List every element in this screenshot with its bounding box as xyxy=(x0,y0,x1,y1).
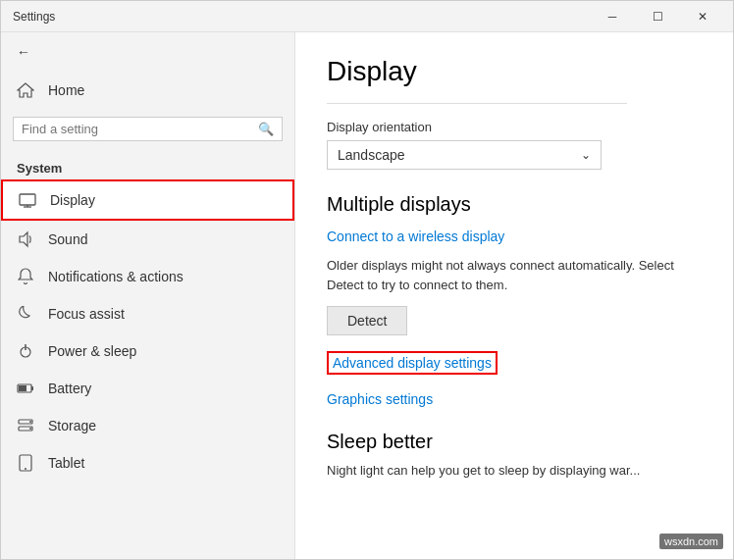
svg-rect-0 xyxy=(20,194,35,205)
sidebar-item-sound[interactable]: Sound xyxy=(1,221,294,258)
svg-rect-8 xyxy=(19,385,26,391)
sidebar-item-battery[interactable]: Battery xyxy=(1,370,294,407)
monitor-icon xyxy=(19,191,36,209)
main-content: Display Display orientation Landscape ⌄ … xyxy=(295,32,733,559)
sidebar-item-battery-label: Battery xyxy=(48,381,91,396)
orientation-label: Display orientation xyxy=(327,120,702,134)
sleep-heading: Sleep better xyxy=(327,431,702,453)
sidebar-item-focus-label: Focus assist xyxy=(48,306,125,322)
sidebar-item-storage-label: Storage xyxy=(48,418,96,433)
sidebar-item-power-label: Power & sleep xyxy=(48,343,136,359)
sidebar: ← Home 🔍 System xyxy=(1,32,295,559)
sidebar-item-sound-label: Sound xyxy=(48,231,87,247)
back-arrow-icon: ← xyxy=(17,44,30,60)
orientation-dropdown[interactable]: Landscape ⌄ xyxy=(327,140,602,170)
titlebar-controls: ─ ☐ ✕ xyxy=(590,1,725,32)
maximize-button[interactable]: ☐ xyxy=(635,1,680,32)
multiple-displays-heading: Multiple displays xyxy=(327,193,702,216)
minimize-button[interactable]: ─ xyxy=(590,1,635,32)
sidebar-item-display[interactable]: Display xyxy=(1,179,294,221)
moon-icon xyxy=(17,305,34,323)
titlebar: Settings ─ ☐ ✕ xyxy=(1,1,733,32)
home-icon xyxy=(17,81,34,99)
detect-button[interactable]: Detect xyxy=(327,306,407,335)
page-title: Display xyxy=(327,56,702,87)
orientation-value: Landscape xyxy=(338,147,405,163)
sound-icon xyxy=(17,230,34,248)
storage-icon xyxy=(17,417,34,434)
close-button[interactable]: ✕ xyxy=(680,1,725,32)
sidebar-item-power[interactable]: Power & sleep xyxy=(1,332,294,370)
sidebar-item-focus[interactable]: Focus assist xyxy=(1,295,294,332)
advanced-display-link[interactable]: Advanced display settings xyxy=(327,351,498,375)
bell-icon xyxy=(17,268,34,285)
battery-icon xyxy=(17,380,34,397)
sidebar-item-notifications[interactable]: Notifications & actions xyxy=(1,258,294,295)
svg-point-14 xyxy=(25,468,26,470)
sidebar-item-home[interactable]: Home xyxy=(1,72,294,109)
sleep-text: Night light can help you get to sleep by… xyxy=(327,461,702,481)
search-box[interactable]: 🔍 xyxy=(13,117,283,141)
wireless-display-link[interactable]: Connect to a wireless display xyxy=(327,229,504,244)
power-icon xyxy=(17,342,34,360)
home-label: Home xyxy=(48,82,84,98)
svg-point-12 xyxy=(29,428,31,430)
svg-rect-7 xyxy=(31,386,33,390)
sidebar-item-tablet[interactable]: Tablet xyxy=(1,444,294,482)
sidebar-item-storage[interactable]: Storage xyxy=(1,407,294,444)
sidebar-item-display-label: Display xyxy=(50,192,95,208)
titlebar-title: Settings xyxy=(13,10,55,24)
sidebar-section-label: System xyxy=(1,149,294,179)
back-button[interactable]: ← xyxy=(1,32,294,72)
search-input[interactable] xyxy=(22,122,252,136)
svg-marker-3 xyxy=(20,232,27,246)
tablet-icon xyxy=(17,454,34,472)
divider xyxy=(327,103,627,104)
graphics-settings-link[interactable]: Graphics settings xyxy=(327,391,433,407)
sidebar-item-notifications-label: Notifications & actions xyxy=(48,269,184,284)
search-icon: 🔍 xyxy=(258,122,274,136)
sidebar-item-tablet-label: Tablet xyxy=(48,455,84,471)
info-text: Older displays might not always connect … xyxy=(327,256,700,294)
svg-point-11 xyxy=(29,421,31,423)
chevron-down-icon: ⌄ xyxy=(581,148,591,162)
